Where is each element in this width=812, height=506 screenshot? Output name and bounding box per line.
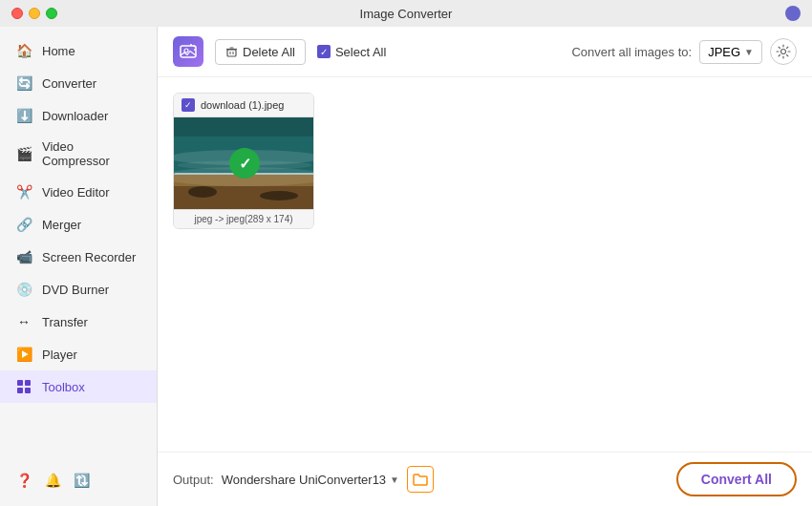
open-folder-button[interactable] xyxy=(407,466,434,493)
sidebar-item-transfer[interactable]: ↔️ Transfer xyxy=(0,306,157,338)
video-editor-icon: ✂️ xyxy=(15,183,32,200)
sidebar-label-toolbox: Toolbox xyxy=(42,380,85,394)
bottom-bar: Output: Wondershare UniConverter13 ▼ Con… xyxy=(158,452,812,506)
app-logo xyxy=(173,36,203,67)
sidebar-label-converter: Converter xyxy=(42,76,96,91)
svg-point-21 xyxy=(188,186,217,198)
sidebar-label-home: Home xyxy=(42,44,75,58)
convert-all-label: Convert All xyxy=(701,472,772,487)
toolbox-icon xyxy=(15,378,32,395)
sidebar-item-video-editor[interactable]: ✂️ Video Editor xyxy=(0,176,157,208)
sidebar-item-home[interactable]: 🏠 Home xyxy=(0,34,157,67)
toolbar: Delete All ✓ Select All Convert all imag… xyxy=(158,27,812,77)
svg-rect-2 xyxy=(17,388,23,393)
output-label: Output: xyxy=(173,473,214,487)
main-content: Delete All ✓ Select All Convert all imag… xyxy=(158,27,812,506)
file-checkbox[interactable]: ✓ xyxy=(182,98,195,112)
svg-rect-0 xyxy=(17,380,23,386)
trash-icon xyxy=(225,46,238,58)
title-bar: Image Converter xyxy=(0,0,812,27)
help-icon[interactable]: ❓ xyxy=(15,472,32,489)
maximize-button[interactable] xyxy=(46,8,57,19)
sidebar-item-video-compressor[interactable]: 🎬 Video Compressor xyxy=(0,132,157,176)
sidebar-label-video-compressor: Video Compressor xyxy=(42,139,141,168)
sidebar-item-dvd-burner[interactable]: 💿 DVD Burner xyxy=(0,273,157,306)
transfer-icon: ↔️ xyxy=(15,313,32,330)
screen-recorder-icon: 📹 xyxy=(15,248,32,265)
sidebar-item-screen-recorder[interactable]: 📹 Screen Recorder xyxy=(0,241,157,273)
window-title: Image Converter xyxy=(360,7,453,21)
svg-rect-1 xyxy=(25,380,31,386)
sidebar-label-video-editor: Video Editor xyxy=(42,185,110,200)
sidebar-label-downloader: Downloader xyxy=(42,109,108,123)
downloader-icon: ⬇️ xyxy=(15,107,32,124)
sidebar-item-player[interactable]: ▶️ Player xyxy=(0,338,157,370)
sidebar-item-merger[interactable]: 🔗 Merger xyxy=(0,208,157,241)
format-value: JPEG xyxy=(708,45,740,59)
app-body: 🏠 Home 🔄 Converter ⬇️ Downloader 🎬 Video… xyxy=(0,27,812,506)
gear-icon xyxy=(776,44,791,59)
sidebar-label-screen-recorder: Screen Recorder xyxy=(42,250,136,264)
svg-point-22 xyxy=(260,191,298,200)
notifications-icon[interactable]: 🔔 xyxy=(44,472,61,489)
sidebar-label-player: Player xyxy=(42,348,77,362)
file-info: jpeg -> jpeg(289 x 174) xyxy=(174,209,313,228)
chevron-down-icon: ▼ xyxy=(744,47,754,57)
sidebar-item-downloader[interactable]: ⬇️ Downloader xyxy=(0,99,157,132)
select-all-checkbox: ✓ xyxy=(317,45,331,58)
settings-button[interactable] xyxy=(770,38,797,65)
file-card[interactable]: ✓ download (1).jpeg xyxy=(173,93,314,229)
sidebar-label-dvd-burner: DVD Burner xyxy=(42,283,109,297)
activity-icon[interactable]: 🔃 xyxy=(73,472,90,489)
sidebar-bottom: ❓ 🔔 🔃 xyxy=(0,462,157,498)
file-card-header: ✓ download (1).jpeg xyxy=(174,94,313,117)
title-bar-actions xyxy=(785,6,801,21)
sidebar: 🏠 Home 🔄 Converter ⬇️ Downloader 🎬 Video… xyxy=(0,27,158,506)
player-icon: ▶️ xyxy=(15,346,32,363)
select-all-button[interactable]: ✓ Select All xyxy=(317,45,386,59)
output-path-value: Wondershare UniConverter13 xyxy=(222,473,386,487)
close-button[interactable] xyxy=(11,8,23,19)
svg-rect-9 xyxy=(227,50,236,56)
svg-line-7 xyxy=(194,46,196,48)
output-chevron-icon: ▼ xyxy=(390,474,399,485)
format-select[interactable]: JPEG ▼ xyxy=(699,40,762,64)
delete-all-button[interactable]: Delete All xyxy=(215,39,306,65)
home-icon: 🏠 xyxy=(15,42,32,59)
sidebar-label-merger: Merger xyxy=(42,218,81,232)
file-thumbnail: ✓ xyxy=(174,117,314,209)
video-compressor-icon: 🎬 xyxy=(15,145,32,162)
folder-icon xyxy=(413,473,428,486)
file-grid: ✓ download (1).jpeg xyxy=(158,77,812,452)
svg-point-5 xyxy=(184,49,188,53)
merger-icon: 🔗 xyxy=(15,216,32,233)
select-all-label: Select All xyxy=(335,45,386,59)
delete-all-label: Delete All xyxy=(243,45,295,59)
convert-all-button[interactable]: Convert All xyxy=(676,462,797,496)
sidebar-item-toolbox[interactable]: Toolbox xyxy=(0,370,157,403)
converter-icon: 🔄 xyxy=(15,74,32,92)
sidebar-label-transfer: Transfer xyxy=(42,315,88,329)
output-path[interactable]: Wondershare UniConverter13 ▼ xyxy=(222,473,399,487)
file-name: download (1).jpeg xyxy=(201,99,284,111)
convert-images-label: Convert all images to: xyxy=(571,45,692,59)
traffic-lights xyxy=(11,8,57,19)
minimize-button[interactable] xyxy=(29,8,40,19)
toolbar-right: Convert all images to: JPEG ▼ xyxy=(571,38,797,65)
sidebar-item-converter[interactable]: 🔄 Converter xyxy=(0,67,157,99)
svg-rect-3 xyxy=(25,388,31,393)
svg-point-13 xyxy=(781,50,786,54)
file-check-overlay: ✓ xyxy=(229,148,260,179)
dvd-burner-icon: 💿 xyxy=(15,281,32,298)
user-icon[interactable] xyxy=(785,6,801,21)
